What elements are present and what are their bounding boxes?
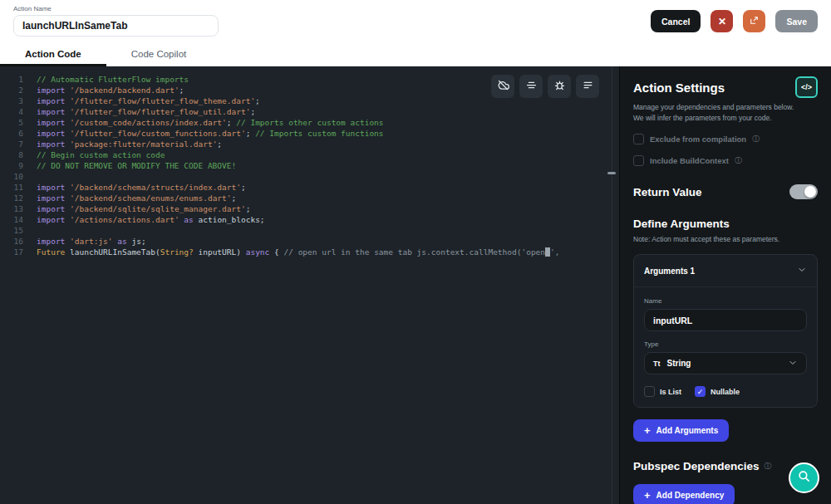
line-number: 5 xyxy=(0,117,37,128)
export-button[interactable] xyxy=(743,10,765,32)
delete-button[interactable]: ✕ xyxy=(711,10,733,32)
toggle-knob xyxy=(804,186,816,198)
nullable-option: ✓ Nullable xyxy=(695,386,740,397)
save-button[interactable]: Save xyxy=(775,10,818,32)
view-code-button[interactable]: </> xyxy=(795,76,818,98)
close-icon: ✕ xyxy=(718,16,726,27)
code-line[interactable]: 11import '/backend/schema/structs/index.… xyxy=(0,182,619,193)
tab-bar: Action Code Code Copilot xyxy=(0,42,831,66)
return-value-toggle[interactable] xyxy=(789,184,818,199)
exclude-compilation-label: Exclude from compilation xyxy=(650,135,746,144)
line-number: 6 xyxy=(0,128,37,139)
line-number: 8 xyxy=(0,149,37,160)
code-editor[interactable]: 1// Automatic FlutterFlow imports2import… xyxy=(0,66,619,504)
line-number: 1 xyxy=(0,74,37,85)
line-number: 16 xyxy=(0,236,37,247)
add-dependency-label: Add Dependency xyxy=(656,491,725,500)
code-line[interactable]: 15 xyxy=(0,225,619,236)
debug-button[interactable] xyxy=(548,75,571,98)
code-line[interactable]: 17Future launchURLInSameTab(String? inpu… xyxy=(0,247,619,257)
code-line[interactable]: 9// DO NOT REMOVE OR MODIFY THE CODE ABO… xyxy=(0,160,619,171)
line-number: 9 xyxy=(0,160,37,171)
code-line[interactable]: 12import '/backend/schema/enums/enums.da… xyxy=(0,193,619,203)
code-line[interactable]: 7import 'package:flutter/material.dart'; xyxy=(0,139,619,149)
editor-toolbar xyxy=(491,75,599,98)
tab-code-copilot[interactable]: Code Copilot xyxy=(106,42,211,66)
editor-scrollbar-track xyxy=(612,66,612,504)
plus-icon: + xyxy=(644,425,651,436)
argument-name-label: Name xyxy=(644,297,807,305)
code-line[interactable]: 6import '/flutter_flow/custom_functions.… xyxy=(0,128,619,139)
chevron-down-icon xyxy=(788,356,798,371)
code-line[interactable]: 16import 'dart:js' as js; xyxy=(0,236,619,247)
nullable-label: Nullable xyxy=(711,388,740,396)
top-bar-actions: Cancel ✕ Save xyxy=(651,10,818,32)
is-list-option: Is List xyxy=(644,386,681,397)
cancel-button[interactable]: Cancel xyxy=(651,10,701,32)
code-line[interactable]: 14import '/actions/actions.dart' as acti… xyxy=(0,214,619,225)
argument-type-label: Type xyxy=(644,340,807,348)
is-list-label: Is List xyxy=(660,388,681,396)
define-arguments-note: Note: Action must accept these as parame… xyxy=(633,235,818,243)
nullable-checkbox[interactable]: ✓ xyxy=(695,386,706,397)
settings-description-1: Manage your dependencies and parameters … xyxy=(633,103,818,112)
line-wrap-button[interactable] xyxy=(576,75,599,98)
exclude-compilation-checkbox[interactable] xyxy=(633,134,644,144)
argument-group-title: Arguments 1 xyxy=(644,267,695,276)
line-number: 3 xyxy=(0,95,37,106)
line-number: 17 xyxy=(0,247,37,257)
plus-icon: + xyxy=(644,490,651,501)
action-name-label: Action Name xyxy=(13,5,219,12)
bug-icon xyxy=(553,79,566,94)
include-buildcontext-row: Include BuildContext ⓘ xyxy=(633,155,818,166)
info-icon: ⓘ xyxy=(752,134,760,144)
line-number: 15 xyxy=(0,225,37,236)
export-icon xyxy=(749,15,760,27)
line-number: 10 xyxy=(0,171,37,182)
argument-group: Arguments 1 Name Type Tt String xyxy=(633,254,818,408)
include-buildcontext-label: Include BuildContext xyxy=(650,156,729,165)
argument-name-input[interactable] xyxy=(644,309,807,331)
define-arguments-title: Define Arguments xyxy=(633,218,818,230)
code-line[interactable]: 8// Begin custom action code xyxy=(0,149,619,160)
code-line[interactable]: 13import '/backend/sqlite/sqlite_manager… xyxy=(0,203,619,214)
add-dependency-button[interactable]: + Add Dependency xyxy=(633,484,735,504)
compile-offline-button[interactable] xyxy=(491,75,514,98)
code-line[interactable]: 10 xyxy=(0,171,619,182)
line-number: 4 xyxy=(0,106,37,117)
info-icon: ⓘ xyxy=(765,461,772,472)
line-number: 7 xyxy=(0,139,37,149)
is-list-checkbox[interactable] xyxy=(644,386,655,397)
action-name-field-group: Action Name xyxy=(13,5,219,37)
text-type-icon: Tt xyxy=(653,360,661,368)
line-number: 11 xyxy=(0,182,37,193)
argument-type-select[interactable]: Tt String xyxy=(644,352,807,374)
return-value-title: Return Value xyxy=(633,186,702,198)
search-icon xyxy=(797,469,811,487)
cloud-off-icon xyxy=(497,79,509,94)
tab-code-copilot-label: Code Copilot xyxy=(131,49,186,59)
action-settings-panel: Action Settings </> Manage your dependen… xyxy=(619,66,831,504)
line-number: 14 xyxy=(0,214,37,225)
format-code-button[interactable] xyxy=(519,75,543,98)
chevron-down-icon xyxy=(797,263,807,278)
info-icon: ⓘ xyxy=(735,155,742,166)
code-line[interactable]: 4import '/flutter_flow/flutter_flow_util… xyxy=(0,106,619,117)
editor-scrollbar-thumb[interactable] xyxy=(607,172,616,174)
argument-type-value: String xyxy=(667,359,782,368)
action-name-input[interactable] xyxy=(13,15,219,37)
tab-action-code-label: Action Code xyxy=(25,49,81,59)
exclude-compilation-row: Exclude from compilation ⓘ xyxy=(633,134,818,144)
include-buildcontext-checkbox[interactable] xyxy=(633,155,644,166)
align-center-icon xyxy=(525,79,538,94)
argument-group-header[interactable]: Arguments 1 xyxy=(634,255,817,287)
add-arguments-button[interactable]: + Add Arguments xyxy=(633,419,729,442)
tab-action-code[interactable]: Action Code xyxy=(0,42,106,66)
code-line[interactable]: 5import '/custom_code/actions/index.dart… xyxy=(0,117,619,128)
custom-action-editor: Action Name Cancel ✕ Save Action Code Co… xyxy=(0,0,831,504)
search-fab[interactable] xyxy=(789,462,819,493)
format-lines-icon xyxy=(582,79,594,94)
pubspec-dependencies-title: Pubspec Dependencies xyxy=(633,460,760,472)
line-number: 2 xyxy=(0,85,37,95)
top-bar: Action Name Cancel ✕ Save xyxy=(0,0,831,42)
